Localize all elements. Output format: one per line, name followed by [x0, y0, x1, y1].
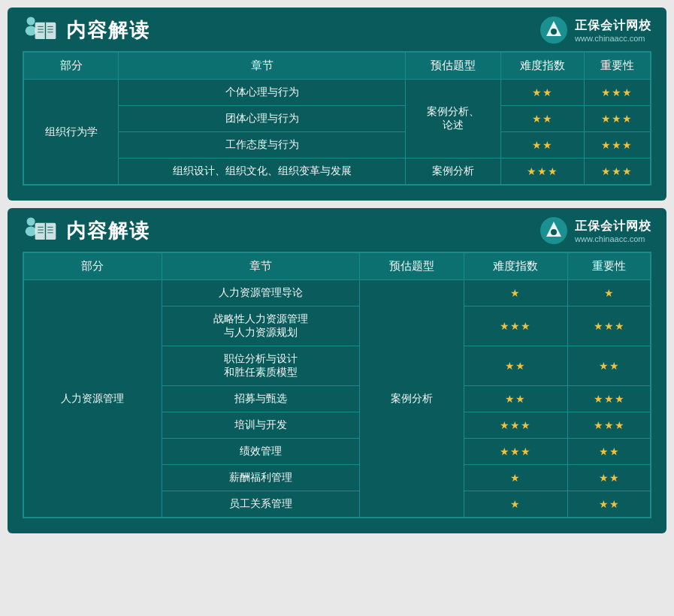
- imp-cell-2-7: ★★: [568, 465, 651, 491]
- stars: ★★: [532, 139, 553, 151]
- logo-icon-2: [539, 216, 569, 246]
- th-chapter-2: 章节: [162, 253, 359, 280]
- card-1-title: 内容解读: [66, 17, 150, 44]
- card-2-header: 内容解读 正保会计网校 www.chinaacc.com: [8, 208, 666, 252]
- stars: ★★: [505, 393, 526, 405]
- svg-point-25: [551, 229, 557, 235]
- card-1: 内容解读 正保会计网校 www.chinaacc.com 部分 章节 预估题型 …: [8, 8, 666, 201]
- table-2-header-row: 部分 章节 预估题型 难度指数 重要性: [24, 253, 651, 280]
- imp-cell-1-1: ★★★: [584, 80, 650, 106]
- chapter-cell-1-1: 个体心理与行为: [119, 80, 406, 106]
- part-cell-1: 组织行为学: [24, 80, 119, 185]
- table-row: 人力资源管理 人力资源管理导论 案例分析 ★ ★: [24, 280, 651, 306]
- table-2: 部分 章节 预估题型 难度指数 重要性 人力资源管理 人力资源管理导论 案例分析…: [23, 252, 651, 518]
- diff-cell-2-7: ★: [464, 465, 567, 491]
- diff-cell-2-1: ★: [464, 280, 567, 306]
- imp-cell-2-5: ★★★: [568, 412, 651, 439]
- table-row: 组织行为学 个体心理与行为 案例分析、论述 ★★ ★★★: [24, 80, 651, 106]
- logo-url-1: www.chinaacc.com: [575, 34, 645, 43]
- stars: ★: [510, 472, 521, 484]
- stars: ★★: [599, 445, 620, 457]
- svg-point-0: [27, 17, 35, 25]
- th-part-2: 部分: [24, 253, 162, 280]
- header-left-2: 内容解读: [23, 216, 150, 246]
- table-container-1: 部分 章节 预估题型 难度指数 重要性 组织行为学 个体心理与行为 案例分析、论…: [23, 51, 651, 186]
- svg-point-12: [551, 29, 557, 35]
- svg-point-14: [26, 226, 37, 236]
- chapter-cell-2-7: 薪酬福利管理: [162, 465, 359, 491]
- chapter-cell-1-3: 工作态度与行为: [119, 132, 406, 159]
- chapter-cell-2-3: 职位分析与设计和胜任素质模型: [162, 346, 359, 386]
- stars: ★★: [599, 498, 620, 510]
- imp-cell-2-4: ★★★: [568, 386, 651, 412]
- imp-cell-2-8: ★★: [568, 491, 651, 518]
- th-difficulty-2: 难度指数: [464, 253, 567, 280]
- chapter-cell-1-2: 团体心理与行为: [119, 106, 406, 132]
- stars: ★: [604, 287, 615, 299]
- chapter-cell-2-1: 人力资源管理导论: [162, 280, 359, 306]
- stars: ★★★: [500, 320, 531, 332]
- diff-cell-1-3: ★★: [500, 132, 584, 159]
- logo-area-1: 正保会计网校 www.chinaacc.com: [539, 15, 651, 45]
- chapter-cell-2-2: 战略性人力资源管理与人力资源规划: [162, 306, 359, 346]
- imp-cell-2-1: ★: [568, 280, 651, 306]
- diff-cell-2-8: ★: [464, 491, 567, 518]
- imp-cell-1-3: ★★★: [584, 132, 650, 159]
- imp-cell-2-2: ★★★: [568, 306, 651, 346]
- stars: ★★: [599, 360, 620, 372]
- logo-text-1: 正保会计网校 www.chinaacc.com: [575, 18, 651, 43]
- stars: ★★★: [601, 113, 633, 125]
- stars: ★: [510, 498, 521, 510]
- type-cell-1-4: 案例分析: [406, 159, 500, 185]
- book-icon-1: [23, 15, 59, 45]
- th-type-1: 预估题型: [406, 53, 500, 80]
- stars: ★★★: [594, 393, 625, 405]
- th-importance-1: 重要性: [584, 53, 650, 80]
- imp-cell-1-2: ★★★: [584, 106, 650, 132]
- table-container-2: 部分 章节 预估题型 难度指数 重要性 人力资源管理 人力资源管理导论 案例分析…: [23, 252, 651, 518]
- svg-point-1: [26, 26, 37, 35]
- table-1-header-row: 部分 章节 预估题型 难度指数 重要性: [24, 53, 651, 80]
- diff-cell-2-4: ★★: [464, 386, 567, 412]
- stars: ★★★: [601, 139, 633, 151]
- imp-cell-2-6: ★★: [568, 439, 651, 465]
- th-chapter-1: 章节: [119, 53, 406, 80]
- diff-cell-2-6: ★★★: [464, 439, 567, 465]
- th-part-1: 部分: [24, 53, 119, 80]
- logo-area-2: 正保会计网校 www.chinaacc.com: [539, 216, 651, 246]
- th-importance-2: 重要性: [568, 253, 651, 280]
- book-icon-2: [23, 216, 59, 246]
- stars: ★★★: [594, 320, 625, 332]
- type-cell-1-1: 案例分析、论述: [406, 80, 500, 159]
- card-2-title: 内容解读: [66, 218, 150, 244]
- stars: ★★: [532, 86, 553, 98]
- logo-name-2: 正保会计网校: [575, 219, 651, 234]
- th-type-2: 预估题型: [360, 253, 464, 280]
- stars: ★★★: [601, 165, 633, 177]
- chapter-cell-2-4: 招募与甄选: [162, 386, 359, 412]
- diff-cell-2-3: ★★: [464, 346, 567, 386]
- header-left-1: 内容解读: [23, 15, 150, 45]
- chapter-cell-2-8: 员工关系管理: [162, 491, 359, 518]
- diff-cell-1-4: ★★★: [500, 159, 584, 185]
- stars: ★★★: [500, 445, 531, 457]
- stars: ★★: [505, 360, 526, 372]
- stars: ★★★: [594, 419, 625, 431]
- card-2: 内容解读 正保会计网校 www.chinaacc.com 部分 章节 预估题型 …: [8, 208, 666, 533]
- part-cell-2: 人力资源管理: [24, 280, 162, 518]
- imp-cell-2-3: ★★: [568, 346, 651, 386]
- stars: ★★★: [527, 165, 558, 177]
- imp-cell-1-4: ★★★: [584, 159, 650, 185]
- stars: ★★: [532, 113, 553, 125]
- diff-cell-1-2: ★★: [500, 106, 584, 132]
- stars: ★★: [599, 472, 620, 484]
- svg-point-13: [27, 217, 35, 225]
- diff-cell-1-1: ★★: [500, 80, 584, 106]
- diff-cell-2-2: ★★★: [464, 306, 567, 346]
- table-1: 部分 章节 预估题型 难度指数 重要性 组织行为学 个体心理与行为 案例分析、论…: [23, 52, 651, 185]
- stars: ★: [510, 287, 521, 299]
- th-difficulty-1: 难度指数: [500, 53, 584, 80]
- stars: ★★★: [601, 86, 633, 98]
- type-cell-2: 案例分析: [360, 280, 464, 518]
- logo-url-2: www.chinaacc.com: [575, 234, 645, 243]
